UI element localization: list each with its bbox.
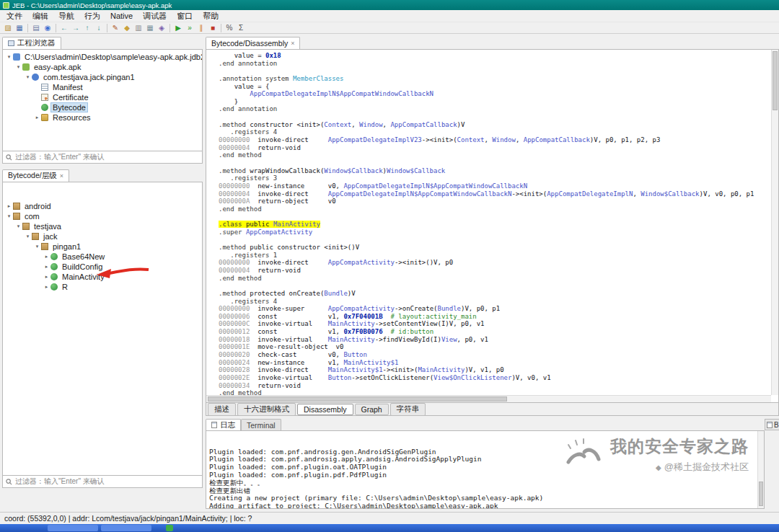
tree-item-certificate[interactable]: Certificate xyxy=(3,92,202,102)
code-line[interactable] xyxy=(219,159,771,167)
stop-icon[interactable]: ■ xyxy=(207,22,219,33)
code-line[interactable]: 0000000A return-object v0 xyxy=(219,198,771,205)
code-line[interactable]: .registers 4 xyxy=(219,128,771,136)
tree-item-base64new[interactable]: ▸Base64New xyxy=(3,252,202,262)
chevron-down-icon[interactable]: ▾ xyxy=(14,64,22,70)
scrollbar-thumb[interactable] xyxy=(759,482,763,506)
hierarchy-filter-input[interactable]: 过滤器：输入"Enter" 来确认 xyxy=(2,476,203,488)
code-line[interactable]: 00000006 const v1, 0x7F04001B # layout:a… xyxy=(219,313,771,321)
tree-item-jack[interactable]: ▾jack xyxy=(3,231,202,241)
tree-item-r[interactable]: ▸R xyxy=(3,282,202,292)
code-line[interactable]: .end method xyxy=(219,275,771,283)
taskbar-button[interactable] xyxy=(101,525,151,531)
code-line[interactable]: value = 0x18 xyxy=(219,52,771,60)
taskbar-button[interactable] xyxy=(48,525,98,531)
save-icon[interactable]: ▦ xyxy=(14,22,25,33)
menu-item-2[interactable]: 导航 xyxy=(53,10,79,22)
chevron-right-icon[interactable]: ▸ xyxy=(43,264,50,270)
menu-item-0[interactable]: 文件 xyxy=(1,10,27,22)
code-line[interactable]: value = { xyxy=(219,83,771,91)
console-scrollbar[interactable] xyxy=(757,431,764,508)
down-icon[interactable]: ↓ xyxy=(93,22,105,33)
code-line[interactable] xyxy=(219,282,771,290)
close-icon[interactable]: × xyxy=(60,173,63,179)
code-line[interactable]: 0000002E invoke-virtual Button->setOnCli… xyxy=(219,374,771,382)
open-file-icon[interactable]: ▨ xyxy=(2,22,14,33)
globe-icon[interactable]: ◉ xyxy=(42,22,53,33)
menu-item-3[interactable]: 行为 xyxy=(79,10,105,22)
code-line[interactable]: .registers 4 xyxy=(219,298,771,306)
view-tab-disassembly[interactable]: Disassembly xyxy=(297,404,353,415)
percent-icon[interactable]: % xyxy=(224,22,235,33)
tab-bytecode-disassembly[interactable]: Bytecode/Disassembly × xyxy=(206,37,300,49)
view-tab-4[interactable]: 字符串 xyxy=(390,403,426,416)
code-line[interactable]: .end method xyxy=(219,151,771,159)
chevron-right-icon[interactable]: ▸ xyxy=(5,203,13,209)
code-line[interactable]: 0000001E move-result-object v0 xyxy=(219,343,771,351)
panel-divider[interactable] xyxy=(2,164,203,169)
code-area[interactable]: value = 0x18.end annotation .annotation … xyxy=(206,50,771,395)
code-line[interactable]: AppCompatDelegateImplN$AppCompatWindowCa… xyxy=(219,90,771,98)
note-icon[interactable]: ▥ xyxy=(133,22,144,33)
chevron-down-icon[interactable]: ▾ xyxy=(14,223,22,229)
windows-taskbar[interactable] xyxy=(0,524,779,532)
menu-item-6[interactable]: 窗口 xyxy=(172,10,198,22)
code-line[interactable]: .registers 1 xyxy=(219,252,771,260)
chevron-right-icon[interactable]: ▸ xyxy=(43,254,50,260)
console-tab-terminal[interactable]: Terminal xyxy=(241,419,281,430)
tree-item-resources[interactable]: ▸Resources xyxy=(3,112,202,123)
scrollbar-thumb[interactable] xyxy=(208,396,507,402)
view-tab-0[interactable]: 描述 xyxy=(208,403,236,416)
code-line[interactable] xyxy=(219,213,771,221)
code-line[interactable]: 00000020 check-cast v0, Button xyxy=(219,351,771,359)
code-line[interactable]: .method public constructor <init>()V xyxy=(219,244,771,252)
code-line[interactable]: .class public MainActivity xyxy=(219,221,771,229)
code-line[interactable]: } xyxy=(219,98,771,106)
table-icon[interactable]: ▦ xyxy=(144,22,156,33)
code-line[interactable]: .end method xyxy=(219,205,771,213)
tree-item-com-testjava-jack-pingan1[interactable]: ▾com.testjava.jack.pingan1 xyxy=(3,72,202,82)
code-line[interactable]: 00000024 new-instance v1, MainActivity$1 xyxy=(219,359,771,367)
sigma-icon[interactable]: Σ xyxy=(235,22,247,33)
collapsed-view-tab[interactable]: B xyxy=(765,419,779,430)
menu-item-native[interactable]: Native xyxy=(105,11,138,21)
code-line[interactable]: 00000000 invoke-super AppCompatActivity-… xyxy=(219,305,771,313)
view-tab-1[interactable]: 十六进制格式 xyxy=(237,403,296,416)
print-icon[interactable]: ▤ xyxy=(30,22,42,33)
edit-icon[interactable]: ✎ xyxy=(110,22,121,33)
code-line[interactable]: 00000012 const v1, 0x7F0B0076 # id:butto… xyxy=(219,328,771,336)
code-line[interactable]: .registers 3 xyxy=(219,174,771,182)
continue-icon[interactable]: » xyxy=(184,22,195,33)
tree-item-easy-apk-apk[interactable]: ▾easy-apk.apk xyxy=(3,62,202,72)
code-line[interactable] xyxy=(219,113,771,121)
scrollbar-thumb[interactable] xyxy=(773,51,778,110)
code-line[interactable]: .method constructor <init>(Context, Wind… xyxy=(219,121,771,129)
tree-item-testjava[interactable]: ▾testjava xyxy=(3,221,202,231)
tree-item-bytecode[interactable]: Bytecode xyxy=(3,102,202,112)
code-line[interactable]: 00000004 invoke-direct AppCompatDelegate… xyxy=(219,190,771,198)
editor-vertical-scrollbar[interactable] xyxy=(771,50,778,395)
editor-horizontal-scrollbar[interactable] xyxy=(206,395,771,402)
code-line[interactable]: 00000034 return-void xyxy=(219,382,771,390)
chevron-down-icon[interactable]: ▾ xyxy=(5,54,13,60)
tree-item-pingan1[interactable]: ▾pingan1 xyxy=(3,241,202,252)
code-line[interactable]: .super AppCompatActivity xyxy=(219,229,771,236)
hierarchy-tree[interactable]: ▸android▾com▾testjava▾jack▾pingan1▸Base6… xyxy=(2,182,203,476)
tree-item-c-users-admin-desktop-sample-easy-apk-apk-jdb2[interactable]: ▾C:\Users\admin\Desktop\sample\easy-apk.… xyxy=(3,52,202,62)
chevron-down-icon[interactable]: ▾ xyxy=(5,213,13,219)
console-tab-0[interactable]: 日志 xyxy=(206,419,241,430)
chevron-down-icon[interactable]: ▾ xyxy=(33,244,41,249)
menu-item-5[interactable]: 调试器 xyxy=(138,10,172,22)
code-line[interactable] xyxy=(219,67,771,75)
tab-project-browser[interactable]: 工程浏览器 xyxy=(2,37,61,49)
code-line[interactable]: .end method xyxy=(219,389,771,395)
menu-item-1[interactable]: 编辑 xyxy=(27,10,53,22)
code-line[interactable]: 00000000 invoke-direct AppCompatDelegate… xyxy=(219,136,771,144)
graph-icon[interactable]: ◈ xyxy=(156,22,167,33)
chevron-right-icon[interactable]: ▸ xyxy=(43,274,50,280)
pause-icon[interactable]: ∥ xyxy=(195,22,207,33)
up-icon[interactable]: ↑ xyxy=(82,22,93,33)
code-line[interactable]: .end annotation xyxy=(219,60,771,68)
menu-item-7[interactable]: 帮助 xyxy=(198,10,224,22)
tree-item-manifest[interactable]: Manifest xyxy=(3,82,202,92)
